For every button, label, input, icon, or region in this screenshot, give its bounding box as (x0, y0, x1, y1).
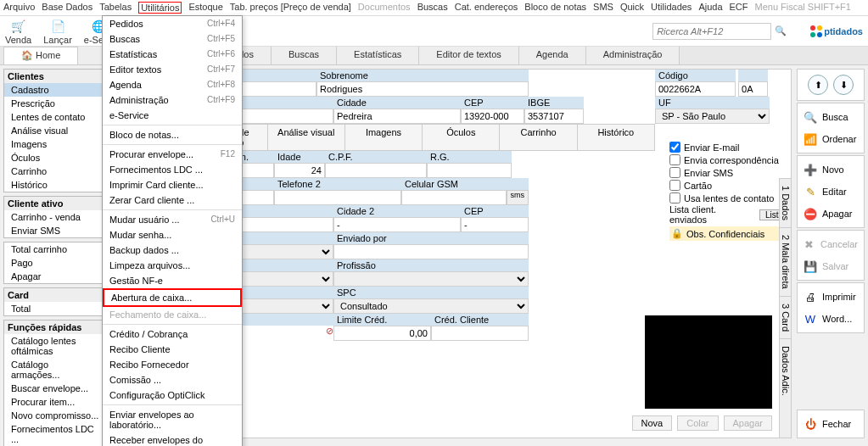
item-apagar[interactable]: Apagar (4, 270, 106, 283)
down-icon[interactable]: ⬇ (833, 75, 854, 95)
nova-button[interactable]: Nova (632, 415, 673, 431)
subtab-imagens[interactable]: Imagens (345, 125, 423, 150)
tab-Administração[interactable]: Administração (586, 47, 680, 64)
side-tabs[interactable]: 1 Dados2 Mala direta3 CardDados Adic. (779, 178, 791, 438)
menu-ecf[interactable]: ECF (730, 2, 748, 14)
item-procurar-item...[interactable]: Procurar item... (4, 395, 106, 409)
item-lentes-de-contato[interactable]: Lentes de contato (4, 110, 106, 124)
menu-bloco de notas[interactable]: Bloco de notas (524, 2, 586, 14)
menu-menu fiscal shift+f1[interactable]: Menu Fiscal SHIFT+F1 (755, 2, 851, 14)
ibge-input[interactable] (524, 109, 584, 124)
tab-Agenda[interactable]: Agenda (519, 47, 586, 64)
menu-item-recibo-cliente[interactable]: Recibo Cliente (103, 342, 242, 357)
item-total-carrinho[interactable]: Total carrinho (4, 243, 106, 256)
ordenar-button[interactable]: 📶Ordenar (799, 129, 862, 149)
busca-button[interactable]: 🔍Busca (799, 107, 862, 127)
cep-input[interactable] (461, 109, 524, 124)
cidade-input[interactable] (333, 109, 461, 124)
menu-item-editor-textos[interactable]: Editor textosCtrl+F7 (103, 62, 242, 77)
menu-item-buscas[interactable]: BuscasCtrl+F5 (103, 31, 242, 47)
item-pago[interactable]: Pago (4, 256, 106, 270)
vtab-3 Card[interactable]: 3 Card (780, 296, 791, 338)
item-análise-visual[interactable]: Análise visual (4, 124, 106, 137)
subtab-histórico[interactable]: Histórico (578, 125, 655, 150)
tab-Buscas[interactable]: Buscas (272, 47, 337, 64)
word-button[interactable]: WWord... (799, 309, 862, 329)
menu-item-configura-o-opticlick[interactable]: Configuração OptiClick (103, 387, 242, 403)
menu-tabelas[interactable]: Tabelas (99, 2, 132, 14)
menu-utilitários[interactable]: Utilitários (138, 2, 182, 14)
menu-sms[interactable]: SMS (593, 2, 613, 14)
menu-item-cr-dito-cobran-a[interactable]: Crédito / Cobrança (103, 326, 242, 342)
search-icon[interactable]: 🔍 (775, 25, 787, 36)
menu-ajuda[interactable]: Ajuda (698, 2, 722, 14)
apagar-foto-button[interactable]: Apagar (724, 415, 772, 431)
item-novo-compromisso...[interactable]: Novo compromisso... (4, 409, 106, 422)
menu-item-receber-envelopes-do-laborat-rio-[interactable]: Receber envelopes do laboratório... (103, 432, 242, 446)
item-prescrição[interactable]: Prescrição (4, 97, 106, 110)
utilitarios-menu[interactable]: PedidosCtrl+F4BuscasCtrl+F5EstatísticasC… (102, 15, 243, 446)
menu-item-agenda[interactable]: AgendaCtrl+F8 (103, 77, 242, 92)
menu-item-abertura-de-caixa-[interactable]: Abertura de caixa... (103, 288, 242, 307)
cancelar-button[interactable]: ✖Cancelar (799, 234, 862, 254)
menu-documentos[interactable]: Documentos (358, 2, 411, 14)
menu-item-recibo-fornecedor[interactable]: Recibo Fornecedor (103, 357, 242, 372)
subtab-carrinho[interactable]: Carrinho (500, 125, 577, 150)
item-carrinho[interactable]: Carrinho (4, 164, 106, 178)
vtab-Dados Adic.[interactable]: Dados Adic. (780, 338, 791, 403)
menu-item-backup-dados-[interactable]: Backup dados ... (103, 243, 242, 258)
menu-item-imprimir-card-cliente-[interactable]: Imprimir Card cliente... (103, 177, 242, 192)
menu-item-e-service[interactable]: e-Service (103, 108, 242, 123)
menu-item-procurar-envelope-[interactable]: Procurar envelope...F12 (103, 147, 242, 162)
imprimir-button[interactable]: 🖨Imprimir (799, 287, 862, 307)
menu-item-enviar-envelopes-ao-laborat-rio-[interactable]: Enviar envelopes ao laboratório... (103, 407, 242, 432)
item-total[interactable]: Total (4, 302, 106, 315)
menu-item-gest-o-nf-e[interactable]: Gestão NF-e (103, 273, 242, 288)
novo-button[interactable]: ➕Novo (799, 159, 862, 180)
menu-quick[interactable]: Quick (620, 2, 644, 14)
editar-button[interactable]: ✎Editar (799, 181, 862, 202)
colar-button[interactable]: Colar (677, 415, 718, 431)
menu-item-mudar-senha-[interactable]: Mudar senha... (103, 227, 242, 243)
vtab-2 Mala direta[interactable]: 2 Mala direta (780, 227, 791, 296)
menu-item-mudar-usu-rio-[interactable]: Mudar usuário ...Ctrl+U (103, 212, 242, 227)
menubar[interactable]: ArquivoBase DadosTabelasUtilitáriosEstoq… (0, 0, 868, 16)
subtab-óculos[interactable]: Óculos (423, 125, 500, 150)
menu-buscas[interactable]: Buscas (417, 2, 448, 14)
menu-item-comiss-o-[interactable]: Comissão ... (103, 372, 242, 387)
menu-item-bloco-de-notas-[interactable]: Bloco de notas... (103, 127, 242, 142)
tab-Estatísticas[interactable]: Estatísticas (337, 47, 419, 64)
item-histórico[interactable]: Histórico (4, 178, 106, 192)
sobrenome-input[interactable] (316, 81, 529, 97)
search-input[interactable] (652, 23, 771, 40)
item-óculos[interactable]: Óculos (4, 151, 106, 164)
menu-item-limpeza-arquivos-[interactable]: Limpeza arquivos... (103, 258, 242, 273)
tb-lançar[interactable]: 📄Lançar (43, 18, 72, 45)
menu-item-pedidos[interactable]: PedidosCtrl+F4 (103, 16, 242, 31)
salvar-button[interactable]: 💾Salvar (799, 256, 862, 276)
tb-venda[interactable]: 🛒Venda (5, 18, 31, 45)
search-box[interactable]: 🔍 (652, 23, 787, 40)
menu-tab. preços [preço de venda][interactable]: Tab. preços [Preço de venda] (230, 2, 351, 14)
item-buscar-envelope...[interactable]: Buscar envelope... (4, 382, 106, 395)
menu-estoque[interactable]: Estoque (188, 2, 222, 14)
item-fornecimentos-ldc-...[interactable]: Fornecimentos LDC ... (4, 422, 106, 446)
menu-item-zerar-card-cliente-[interactable]: Zerar Card cliente ... (103, 192, 242, 208)
menu-item-fornecimentos-ldc-[interactable]: Fornecimentos LDC ... (103, 162, 242, 177)
item-enviar-sms[interactable]: Enviar SMS (4, 224, 106, 237)
menu-utilidades[interactable]: Utilidades (651, 2, 692, 14)
menu-cat. endereços[interactable]: Cat. endereços (455, 2, 518, 14)
tab-Editor de textos[interactable]: Editor de textos (419, 47, 518, 64)
subtab-análise visual[interactable]: Análise visual (268, 125, 345, 150)
up-icon[interactable]: ⬆ (808, 75, 828, 95)
item-catálogo-lentes-oftálmicas[interactable]: Catálogo lentes oftálmicas (4, 334, 106, 358)
item-imagens[interactable]: Imagens (4, 137, 106, 151)
vtab-1 Dados[interactable]: 1 Dados (780, 178, 791, 227)
menu-item-administra-o[interactable]: AdministraçãoCtrl+F9 (103, 92, 242, 108)
apagar-button[interactable]: ⛔Apagar (799, 203, 862, 224)
fechar-button[interactable]: ⏻Fechar (799, 414, 862, 434)
menu-arquivo[interactable]: Arquivo (3, 2, 35, 14)
item-carrinho---venda[interactable]: Carrinho - venda (4, 210, 106, 224)
item-cadastro[interactable]: Cadastro (4, 83, 106, 97)
item-catálogo-armações...[interactable]: Catálogo armações... (4, 358, 106, 382)
